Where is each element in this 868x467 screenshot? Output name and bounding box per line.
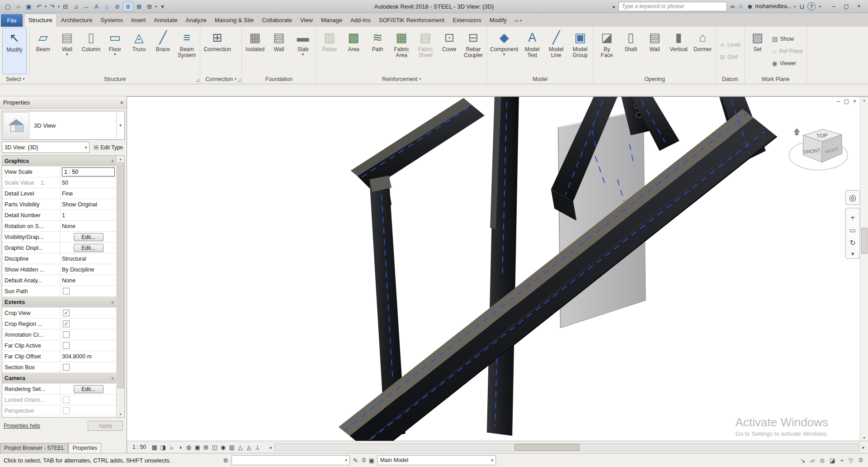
panel-label-reinforcement[interactable]: Reinforcement▾ — [317, 74, 486, 84]
reveal-constraints-icon[interactable]: ⊥ — [253, 443, 262, 452]
ribbon-button-vertical[interactable]: ▮Vertical — [667, 28, 690, 74]
checkbox-section-box[interactable] — [63, 364, 70, 371]
ribbon-button-dormer[interactable]: ⌂Dormer — [691, 28, 714, 74]
edit-button-graphic-displ[interactable]: Edit... — [74, 244, 104, 252]
ribbon-button-beam-system[interactable]: ≡Beam System — [175, 28, 198, 74]
zoom-icon[interactable]: + — [850, 213, 855, 222]
minimize-button[interactable]: ‒ — [827, 2, 840, 11]
tab-view[interactable]: View — [296, 14, 317, 27]
show-analytical-model-icon[interactable]: △ — [236, 443, 245, 452]
navigation-bar[interactable]: ◎ + ▭ ↻ ▾ — [845, 191, 860, 259]
maximize-button[interactable]: ▢ — [840, 2, 853, 11]
ribbon-button-level[interactable]: ≐Level — [717, 39, 742, 50]
shadows-icon[interactable]: ◑ — [176, 443, 184, 452]
ribbon-button-rebar[interactable]: ▥Rebar — [318, 28, 341, 74]
tab-file[interactable]: File — [1, 14, 23, 27]
app-store-cart-icon[interactable]: ⊔ — [799, 3, 804, 10]
aligned-dimension-icon[interactable]: ↔ — [81, 2, 91, 11]
help-dropdown-icon[interactable]: ▾ — [819, 5, 821, 9]
close-properties-icon[interactable]: × — [120, 99, 123, 106]
horizontal-scrollbar[interactable]: ◂ ▸ — [262, 441, 868, 453]
ribbon-button-fabric-sheet[interactable]: ▤Fabric Sheet — [414, 28, 437, 74]
tab-collaborate[interactable]: Collaborate — [258, 14, 296, 27]
select-links-icon[interactable]: ↘ — [800, 457, 805, 464]
ribbon-button-by-face[interactable]: ◪By Face — [595, 28, 618, 74]
type-selector[interactable]: 3D View ▾ — [2, 111, 125, 140]
ribbon-button-shaft[interactable]: ▯Shaft — [619, 28, 642, 74]
steel-member-center-vertical[interactable] — [487, 97, 519, 436]
save-icon[interactable]: ▣ — [24, 2, 33, 11]
editing-requests-icon[interactable]: ✎ — [353, 457, 358, 464]
tab-extensions[interactable]: Extensions — [448, 14, 486, 27]
panel-launcher-structure[interactable]: ◿ — [196, 78, 199, 82]
design-option-select[interactable]: Main Model ▾ — [377, 455, 496, 465]
edit-type-button[interactable]: ⊞ Edit Type — [92, 142, 125, 153]
ribbon-button-show[interactable]: ▧Show — [770, 33, 805, 44]
print-icon[interactable]: ⊟ — [61, 2, 70, 11]
customize-qat-icon[interactable]: ▾ — [158, 2, 167, 11]
pan-icon[interactable]: ▭ — [849, 227, 856, 234]
tab-modify[interactable]: Modify — [486, 14, 511, 27]
account-menu[interactable]: ☻ mohamedbra... ▾ — [747, 3, 796, 10]
undo-icon-dropdown[interactable]: ▾ — [45, 5, 47, 9]
select-pinned-elements-icon[interactable]: ⊙ — [820, 457, 825, 464]
reveal-hidden-elements-icon[interactable]: ◉ — [219, 443, 227, 452]
scroll-down-icon[interactable]: ▾ — [119, 411, 121, 417]
checkbox-annotation-cr[interactable] — [63, 331, 70, 338]
drag-elements-on-selection-icon[interactable]: + — [840, 457, 844, 464]
ribbon-button-ref-plane[interactable]: ▱Ref Plane — [770, 46, 805, 57]
ribbon-button-model-text[interactable]: AModel Text — [520, 28, 544, 74]
properties-help-link[interactable]: Properties help — [4, 423, 40, 429]
rendering-dialog-icon[interactable]: ◍ — [184, 443, 193, 452]
close-button[interactable]: × — [853, 2, 865, 11]
view-restore-icon[interactable]: ▢ — [844, 98, 849, 105]
edit-button-visibility-grap[interactable]: Edit... — [74, 233, 104, 241]
favorites-star-icon[interactable]: ☆ — [738, 3, 744, 10]
active-workset-select[interactable]: ▾ — [231, 455, 350, 465]
highlight-displacement-sets-icon[interactable]: ◬ — [245, 443, 253, 452]
switch-windows-icon-dropdown[interactable]: ▾ — [155, 5, 157, 9]
ribbon-button-wall[interactable]: ▤Wall — [267, 28, 291, 74]
ribbon-button-truss[interactable]: ◬Truss — [127, 28, 151, 74]
checkbox-crop-region[interactable]: ✓ — [63, 320, 70, 327]
thin-lines-icon[interactable]: ≣ — [123, 2, 133, 11]
redo-icon-dropdown[interactable]: ▾ — [58, 5, 60, 9]
tab-analyze[interactable]: Analyze — [182, 14, 211, 27]
apply-button[interactable]: Apply — [88, 421, 123, 431]
ribbon-button-connection[interactable]: ⊞Connection — [202, 28, 233, 74]
design-options-icon[interactable]: ▣ — [369, 457, 374, 464]
ribbon-button-area[interactable]: ▩Area — [342, 28, 365, 74]
text-icon[interactable]: A — [92, 2, 101, 11]
tab-sofistik-reinforcement[interactable]: SOFiSTiK Reinforcement — [375, 14, 448, 27]
scroll-up-icon[interactable]: ▴ — [863, 97, 865, 103]
checkbox-crop-view[interactable]: ✓ — [63, 310, 70, 316]
view-close-icon[interactable]: × — [853, 98, 856, 105]
3d-view-canvas[interactable]: TOP FRONT RIGHT ◎ + ▭ ↻ ▾ — [127, 96, 860, 441]
section-header-extents[interactable]: Extents∧ — [2, 297, 116, 308]
palette-tab-properties[interactable]: Properties — [68, 443, 101, 453]
orbit-icon[interactable]: ↻ — [849, 239, 855, 247]
search-input[interactable] — [618, 2, 727, 11]
temporary-view-properties-icon[interactable]: ▥ — [227, 443, 236, 452]
temporary-hide-isolate-icon[interactable]: ◫ — [210, 443, 219, 452]
search-icon[interactable]: ∞ — [730, 3, 735, 10]
ribbon-button-viewer[interactable]: ◉Viewer — [770, 58, 805, 69]
help-icon[interactable]: ? — [807, 2, 816, 10]
scroll-right-icon[interactable]: ▸ — [860, 445, 867, 450]
ribbon-button-grid[interactable]: ⊞Grid — [717, 52, 742, 62]
view-minimize-icon[interactable]: ‒ — [837, 98, 840, 105]
worksets-icon[interactable]: ⚙ — [223, 457, 228, 464]
panel-label-connection[interactable]: Connection▾◿ — [201, 74, 241, 84]
tab-annotate[interactable]: Annotate — [150, 14, 181, 27]
horizontal-scrollbar-track[interactable] — [274, 443, 859, 451]
visual-style-icon[interactable]: ◨ — [159, 443, 167, 452]
ribbon-display-toggle[interactable]: ▭ ▾ — [514, 14, 522, 27]
crop-view-icon[interactable]: ▣ — [193, 443, 202, 452]
ribbon-button-brace[interactable]: ╱Brace — [151, 28, 175, 74]
navbar-more-icon[interactable]: ▾ — [851, 251, 854, 257]
checkbox-sun-path[interactable] — [63, 288, 70, 295]
vertical-scrollbar-thumb[interactable] — [861, 228, 868, 254]
view-cube[interactable]: TOP FRONT RIGHT — [789, 128, 848, 170]
ribbon-button-wall[interactable]: ▤Wall — [643, 28, 666, 74]
sun-path-icon[interactable]: ☼ — [167, 443, 176, 452]
